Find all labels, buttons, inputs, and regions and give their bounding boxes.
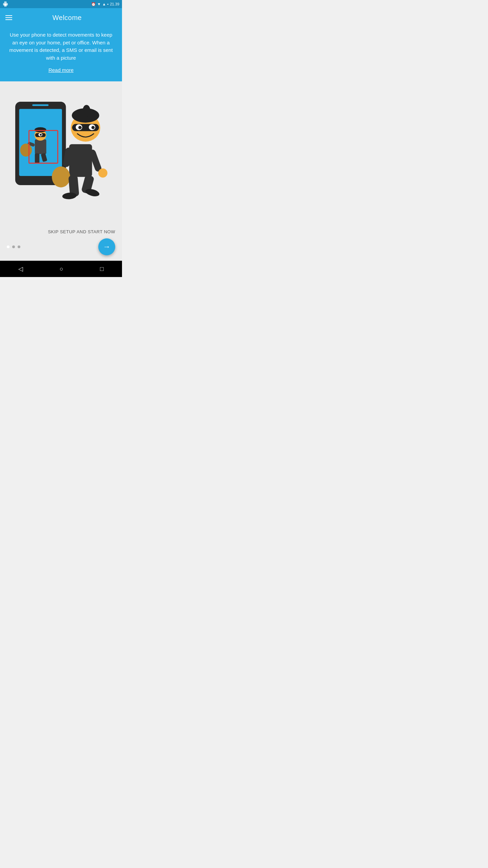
status-bar: ⏰ ▼ ▲ ▪ 21.39 [0,0,122,8]
page-dot-2 [12,245,15,248]
welcome-description: Use your phone to detect movements to ke… [7,31,115,62]
illustration [5,92,117,200]
skip-setup-text[interactable]: SKIP SETUP AND START NOW [7,229,115,234]
svg-rect-8 [35,153,40,163]
svg-point-20 [92,126,95,129]
welcome-section: Use your phone to detect movements to ke… [0,27,122,81]
menu-button[interactable] [5,15,12,20]
svg-rect-14 [69,144,92,177]
next-button[interactable]: → [98,238,115,255]
battery-icon: ▪ [107,2,109,6]
recent-apps-button[interactable]: □ [100,265,104,273]
svg-point-26 [52,166,70,188]
bottom-row: → [7,238,115,255]
wifi-icon: ▼ [97,2,101,6]
page-title: Welcome [18,14,117,22]
svg-point-11 [20,143,32,157]
svg-rect-2 [32,104,48,106]
page-indicators [7,245,20,248]
app-bar: Welcome [0,8,122,27]
next-arrow-icon: → [103,243,110,251]
bottom-section: SKIP SETUP AND START NOW → [0,224,122,261]
svg-point-12 [35,127,46,132]
read-more-link[interactable]: Read more [48,67,74,73]
page-dot-1 [7,245,9,248]
android-icon [3,1,8,7]
home-button[interactable]: ○ [60,265,63,273]
main-content [0,81,122,224]
time-display: 21.39 [110,2,119,6]
signal-icon: ▲ [102,2,106,6]
back-button[interactable]: ◁ [18,265,23,273]
svg-point-19 [78,126,82,129]
page-dot-3 [18,245,20,248]
nav-bar: ◁ ○ □ [0,261,122,277]
status-bar-left [3,1,8,7]
thief-illustration [5,92,117,200]
svg-point-25 [98,169,107,178]
svg-rect-3 [35,139,46,154]
alarm-icon: ⏰ [91,2,96,6]
svg-point-22 [83,105,90,117]
status-bar-right: ⏰ ▼ ▲ ▪ 21.39 [91,2,119,6]
svg-point-7 [40,134,42,136]
